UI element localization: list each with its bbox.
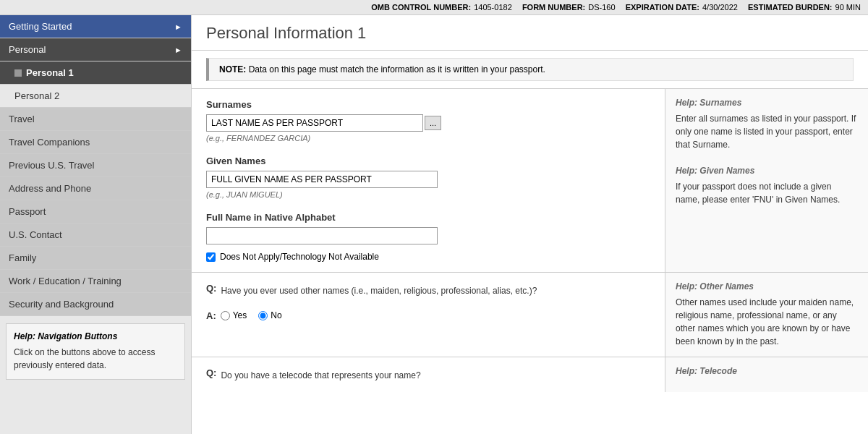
surnames-help-text: Enter all surnames as listed in your pas… <box>676 112 858 151</box>
help-nav-title: Help: Navigation Buttons <box>14 331 177 341</box>
sidebar-item-work-education[interactable]: Work / Education / Training <box>0 270 191 293</box>
sidebar-item-personal[interactable]: Personal ► <box>0 38 191 61</box>
other-names-radio-row: Yes No <box>221 310 282 320</box>
exp-value: 4/30/2022 <box>702 3 738 12</box>
telecode-qa: Q: Do you have a telecode that represent… <box>192 357 868 392</box>
note-prefix: NOTE: <box>219 64 246 75</box>
native-name-checkbox-row: Does Not Apply/Technology Not Available <box>206 252 650 262</box>
given-names-hint: (e.g., JUAN MIGUEL) <box>206 190 650 199</box>
telecode-question: Do you have a telecode that represents y… <box>221 369 420 382</box>
sidebar-item-passport[interactable]: Passport <box>0 200 191 224</box>
given-names-input[interactable] <box>206 171 438 188</box>
form-value: DS-160 <box>588 3 615 12</box>
sidebar-item-family[interactable]: Family <box>0 247 191 270</box>
sidebar-item-personal1[interactable]: Personal 1 <box>0 61 191 85</box>
surnames-input-row: ... <box>206 114 650 132</box>
sidebar-item-personal2[interactable]: Personal 2 <box>0 85 191 108</box>
page-header: Personal Information 1 <box>192 15 868 51</box>
telecode-q-prefix: Q: <box>206 367 216 378</box>
surnames-form-left: Surnames ... (e.g., FERNANDEZ GARCIA) Gi… <box>192 89 665 272</box>
yes-radio[interactable] <box>221 311 230 320</box>
a-prefix: A: <box>206 310 216 321</box>
given-names-help-text: If your passport does not include a give… <box>676 180 858 206</box>
surnames-label: Surnames <box>206 99 650 110</box>
top-bar: OMB CONTROL NUMBER: 1405-0182 FORM NUMBE… <box>0 0 868 15</box>
telecode-help-title: Help: Telecode <box>676 366 858 376</box>
surnames-section: Surnames ... (e.g., FERNANDEZ GARCIA) Gi… <box>192 88 868 272</box>
yes-option[interactable]: Yes <box>221 310 247 320</box>
burden-label: ESTIMATED BURDEN: <box>748 3 833 12</box>
telecode-qa-left: Q: Do you have a telecode that represent… <box>192 357 665 392</box>
sidebar-item-us-contact[interactable]: U.S. Contact <box>0 224 191 247</box>
other-names-qa-left: Q: Have you ever used other names (i.e.,… <box>192 273 665 357</box>
telecode-help: Help: Telecode <box>665 357 868 392</box>
burden-value: 90 MIN <box>835 3 861 12</box>
no-radio[interactable] <box>258 311 268 320</box>
no-option[interactable]: No <box>258 310 281 320</box>
help-navigation-box: Help: Navigation Buttons Click on the bu… <box>6 323 185 380</box>
surnames-browse-button[interactable]: ... <box>425 116 441 130</box>
other-names-help-title: Help: Other Names <box>676 281 858 292</box>
other-names-help: Help: Other Names Other names used inclu… <box>665 273 868 357</box>
does-not-apply-label: Does Not Apply/Technology Not Available <box>220 252 379 262</box>
content-area: Personal Information 1 NOTE: Data on thi… <box>192 15 868 434</box>
sidebar-item-previous-travel[interactable]: Previous U.S. Travel <box>0 154 191 177</box>
given-names-help-title: Help: Given Names <box>676 166 858 176</box>
sidebar-item-travel[interactable]: Travel <box>0 108 191 131</box>
surnames-help-title: Help: Surnames <box>676 98 858 108</box>
sidebar-item-address[interactable]: Address and Phone <box>0 177 191 200</box>
omb-value: 1405-0182 <box>474 3 512 12</box>
given-names-label: Given Names <box>206 156 650 166</box>
surnames-help: Help: Surnames Enter all surnames as lis… <box>665 89 868 272</box>
native-name-input[interactable] <box>206 227 438 244</box>
page-title: Personal Information 1 <box>206 24 854 43</box>
other-names-question: Have you ever used other names (i.e., ma… <box>221 284 537 297</box>
chevron-right-icon: ► <box>174 46 182 54</box>
sidebar: Getting Started ► Personal ► Personal 1 … <box>0 15 192 434</box>
sidebar-item-travel-companions[interactable]: Travel Companions <box>0 131 191 154</box>
other-names-help-text: Other names used include your maiden nam… <box>676 296 858 348</box>
other-names-qa: Q: Have you ever used other names (i.e.,… <box>192 272 868 357</box>
q-prefix: Q: <box>206 283 216 294</box>
surnames-input[interactable] <box>206 114 423 132</box>
note-text: Data on this page must match the informa… <box>249 64 545 75</box>
exp-label: EXPIRATION DATE: <box>626 3 699 12</box>
sidebar-item-security[interactable]: Security and Background <box>0 293 191 316</box>
sidebar-item-getting-started[interactable]: Getting Started ► <box>0 15 191 38</box>
surnames-hint: (e.g., FERNANDEZ GARCIA) <box>206 134 650 142</box>
chevron-right-icon: ► <box>174 22 182 31</box>
form-label: FORM NUMBER: <box>522 3 585 12</box>
native-name-label: Full Name in Native Alphabet <box>206 212 650 223</box>
note-bar: NOTE: Data on this page must match the i… <box>206 58 854 81</box>
does-not-apply-checkbox[interactable] <box>206 252 216 262</box>
omb-label: OMB CONTROL NUMBER: <box>371 3 471 12</box>
help-nav-body: Click on the buttons above to access pre… <box>14 346 177 372</box>
square-icon <box>14 69 22 77</box>
